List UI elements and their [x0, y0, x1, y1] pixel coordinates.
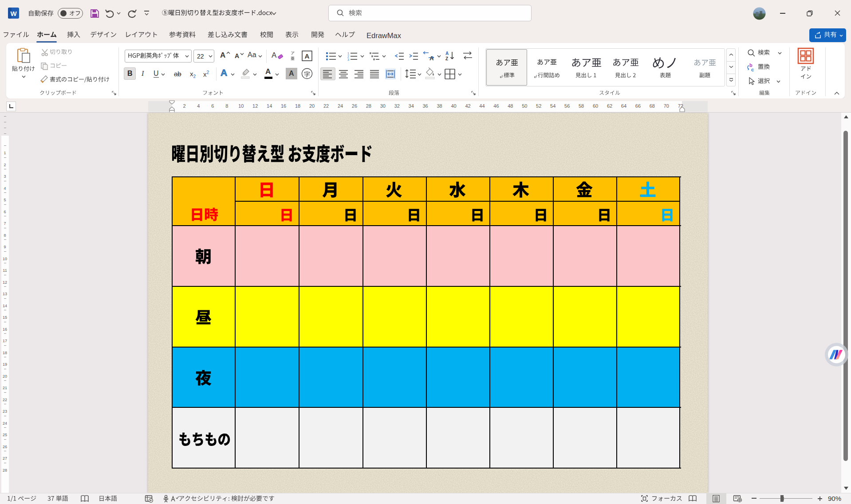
svg-text:W: W — [10, 10, 17, 17]
svg-text:A: A — [445, 51, 449, 56]
svg-text:Z: Z — [445, 56, 448, 61]
svg-text:3: 3 — [347, 58, 349, 61]
svg-text:c: c — [751, 67, 754, 72]
svg-text:1: 1 — [347, 52, 349, 55]
svg-text:A: A — [429, 55, 434, 61]
svg-text:2: 2 — [347, 55, 349, 58]
svg-text:A: A — [305, 52, 310, 60]
